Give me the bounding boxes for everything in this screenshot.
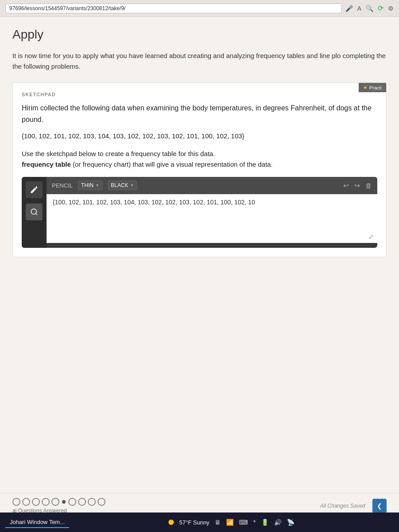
intro-text: It is now time for you to apply what you… (12, 51, 387, 72)
black-chevron-icon: ▼ (130, 183, 134, 188)
canvas-area[interactable]: {100, 102, 101, 102, 103, 104, 103, 102,… (47, 194, 377, 243)
dot-7 (78, 498, 86, 506)
keyboard-icon: ⌨ (239, 519, 248, 526)
instructions: Use the sketchpad below to create a freq… (22, 149, 377, 170)
practia-label: Practi (369, 85, 382, 90)
instruction3-text: (or frequency chart) that will give a vi… (73, 160, 273, 168)
network-icon: 🖥 (215, 519, 221, 526)
star-icon: ★ (363, 85, 368, 90)
all-changes-saved-text: All Changes Saved (320, 503, 365, 509)
problem-text: Hirim collected the following data when … (22, 102, 377, 125)
progress-section: al Questions Answered (12, 498, 106, 514)
nav-right: All Changes Saved ❮ (320, 499, 387, 513)
back-button[interactable]: ❮ (372, 499, 387, 513)
refresh-icon[interactable]: ⟳ (378, 4, 383, 12)
volume-icon: 🔊 (274, 519, 282, 526)
svg-point-0 (31, 209, 36, 214)
battery-icon: 🔋 (261, 519, 269, 526)
expand-icon[interactable]: ⤢ (368, 233, 374, 240)
undo-icon[interactable]: ↩ (343, 181, 349, 190)
main-content: Apply It is now time for you to apply wh… (0, 17, 399, 493)
taskbar-center: 57°F Sunny 🖥 📶 ⌨ * 🔋 🔊 📡 (69, 519, 394, 526)
canvas-content-text: {100, 102, 101, 102, 103, 104, 103, 102,… (53, 199, 371, 206)
thin-label: THIN (81, 182, 94, 188)
intro-paragraph: It is now time for you to apply what you… (12, 52, 386, 70)
drawing-area: PENCIL THIN ▼ BLACK ▼ ↩ ↪ 🗑 (22, 177, 377, 248)
taskbar: Johari Window Tem... 57°F Sunny 🖥 📶 ⌨ * … (0, 512, 399, 532)
sketchpad-card: ★ Practi SKETCHPAD Hirim collected the f… (12, 82, 387, 257)
instruction1-text: Use the sketchpad below to create a freq… (22, 150, 215, 157)
browser-icons: 🎤 A 🔍 ⟳ ⚙ (345, 4, 394, 12)
microphone-icon[interactable]: 🎤 (345, 5, 353, 12)
thin-select[interactable]: THIN ▼ (78, 180, 102, 190)
address-bar[interactable]: 97696/lessons/1544597/variants/2300812/t… (5, 4, 342, 13)
pencil-icon (30, 185, 39, 194)
sketchpad-label: SKETCHPAD (22, 92, 377, 97)
progress-dots (12, 498, 106, 506)
trash-icon[interactable]: 🗑 (365, 182, 372, 189)
drawing-content: PENCIL THIN ▼ BLACK ▼ ↩ ↪ 🗑 (47, 177, 377, 248)
dot-9 (98, 498, 106, 506)
weather-sun-icon (168, 520, 174, 525)
taskbar-app-item[interactable]: Johari Window Tem... (5, 517, 69, 528)
back-arrow-icon: ❮ (377, 502, 382, 509)
toolbar-row: PENCIL THIN ▼ BLACK ▼ ↩ ↪ 🗑 (47, 177, 377, 194)
taskbar-app-label: Johari Window Tem... (10, 519, 65, 525)
black-select[interactable]: BLACK ▼ (108, 180, 137, 190)
signal-icon: 📶 (226, 519, 234, 526)
thin-chevron-icon: ▼ (95, 183, 99, 188)
address-text: 97696/lessons/1544597/variants/2300812/t… (9, 5, 125, 12)
dot-3 (32, 498, 40, 506)
wifi-icon: 📡 (287, 519, 294, 526)
dot-6 (68, 498, 76, 506)
pencil-tool-button[interactable] (26, 181, 43, 198)
page-title: Apply (12, 27, 387, 42)
problem-statement: Hirim collected the following data when … (22, 104, 372, 123)
browser-chrome: 97696/lessons/1544597/variants/2300812/t… (0, 0, 399, 17)
weather-text: 57°F Sunny (179, 519, 209, 526)
data-set: {100, 102, 101, 102, 103, 104, 103, 102,… (22, 132, 377, 140)
search-icon[interactable]: 🔍 (366, 5, 373, 12)
settings-icon[interactable]: ⚙ (388, 5, 394, 12)
pencil-label: PENCIL (52, 182, 73, 189)
practia-badge: ★ Practi (359, 83, 386, 92)
drawing-wrapper: PENCIL THIN ▼ BLACK ▼ ↩ ↪ 🗑 (22, 177, 377, 248)
zoom-tool-button[interactable] (26, 203, 43, 220)
dot-4 (42, 498, 50, 506)
black-label: BLACK (111, 182, 128, 188)
dot-2 (22, 498, 30, 506)
zoom-icon (30, 208, 38, 216)
dot-5 (51, 498, 59, 506)
dot-1 (12, 498, 20, 506)
bluetooth-icon: * (253, 519, 255, 526)
redo-icon[interactable]: ↪ (354, 181, 360, 190)
dot-8 (88, 498, 96, 506)
freq-bold-text: frequency table (22, 160, 71, 168)
tool-sidebar (22, 177, 47, 248)
dot-filled (62, 500, 66, 504)
text-size-icon[interactable]: A (357, 5, 361, 12)
